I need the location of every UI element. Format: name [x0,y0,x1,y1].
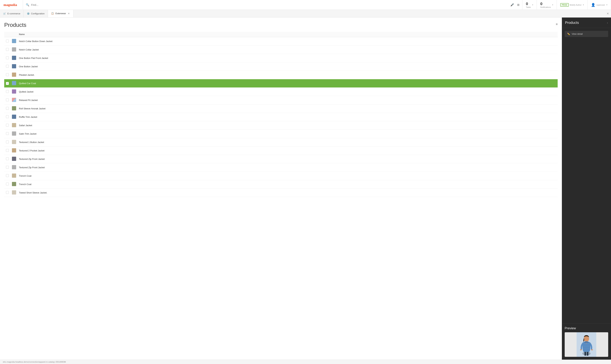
topbar-right: 0 Tasks ▾ 0 Notifications ▾ PROD Mobify … [522,0,611,10]
products-table: Name Notch Collar Button Down JacketNotc… [4,32,558,197]
view-detail-button[interactable]: ✏️ View detail [565,31,608,37]
tab-outerwear-close[interactable]: ✕ [67,12,70,15]
row-checkbox[interactable] [6,141,9,143]
row-name: Trench Coat [17,180,558,189]
row-name: Relaxed Fit Jacket [17,96,558,104]
table-row[interactable]: One Button Flat Front Jacket [4,54,558,62]
row-name: Roll Sleeve Anorak Jacket [17,104,558,113]
table-row[interactable]: Tweed Short Sleeve Jacket. [4,189,558,197]
row-checkbox[interactable] [6,39,9,42]
user-button[interactable]: 👤 superuser ▾ [587,0,611,10]
logo: magnolia [0,2,23,8]
page-title: Products [4,22,558,28]
env-button[interactable]: PROD Mobify Author ▾ [557,0,587,10]
status-bar: sfcc-magnolia-headless-demo/connection/a… [0,360,611,364]
table-row[interactable]: Satin Trim Jacket [4,130,558,138]
table-row[interactable]: Textured Zip Front Jacket [4,155,558,163]
row-thumbnail [12,64,16,68]
user-avatar-icon: 👤 [591,3,595,7]
table-row[interactable]: Notch Collar Jacket [4,46,558,54]
row-checkbox[interactable] [6,99,9,101]
table-row[interactable]: Relaxed Fit Jacket [4,96,558,104]
search-bar[interactable]: 🔍 🎤 ⊞ [23,0,522,10]
row-thumbnail [12,182,16,186]
row-name: Quilted Car Coat [17,79,558,88]
table-row[interactable]: Textured 1 Button Jacket [4,138,558,146]
row-checkbox[interactable] [6,191,9,194]
row-checkbox[interactable] [6,174,9,177]
row-checkbox[interactable] [6,183,9,185]
row-checkbox[interactable]: ✓ [6,82,9,85]
table-row[interactable]: One Button Jacket [4,62,558,71]
tab-configuration[interactable]: ⚙️ Configuration [24,10,48,17]
table-row[interactable]: Trench Coat [4,172,558,180]
close-all-button[interactable]: ✕ [607,12,609,15]
row-thumbnail [12,56,16,60]
menu-button[interactable]: ≡ [554,22,559,27]
table-row[interactable]: Safari Jacket [4,121,558,130]
row-checkbox[interactable] [6,166,9,169]
row-thumbnail [12,81,16,85]
mic-icon[interactable]: 🎤 [511,3,514,6]
row-thumbnail [12,131,16,136]
row-thumbnail [12,123,16,127]
panel-header: Products › [562,17,611,28]
row-checkbox[interactable] [6,124,9,127]
tasks-button[interactable]: 0 Tasks ▾ [522,0,537,10]
table-row[interactable]: Pleated Jacket. [4,71,558,79]
tab-outerwear-label: Outerwear [55,12,66,15]
row-thumbnail [12,148,16,153]
row-thumbnail [12,115,16,119]
search-icon: 🔍 [26,3,29,6]
row-thumbnail [12,140,16,144]
row-checkbox[interactable] [6,149,9,152]
row-thumbnail [12,98,16,102]
content-area: Products ≡ Name Notch Collar Button Down… [0,17,562,360]
row-checkbox[interactable] [6,56,9,59]
status-url: sfcc-magnolia-headless-demo/connection/a… [3,361,66,363]
table-row[interactable]: Textured Zip Front Jacket [4,163,558,172]
row-checkbox[interactable] [6,115,9,118]
edit-icon: ✏️ [567,33,570,35]
row-checkbox[interactable] [6,48,9,51]
row-name: One Button Flat Front Jacket [17,54,558,62]
tab-ecommerce[interactable]: 🛒 E-commerce [0,10,24,17]
row-checkbox[interactable] [6,107,9,110]
row-name: Textured Zip Front Jacket [17,163,558,172]
table-row[interactable]: Notch Collar Button Down Jacket [4,37,558,46]
row-thumbnail [12,157,16,161]
table-row[interactable]: ✓Quilted Car Coat [4,79,558,88]
row-thumbnail [12,165,16,169]
row-name: Tweed Short Sleeve Jacket. [17,189,558,197]
table-row[interactable]: Roll Sleeve Anorak Jacket [4,104,558,113]
panel-preview: Preview [562,324,611,360]
row-name: Ruffle Trim Jacket [17,113,558,121]
row-name: Pleated Jacket. [17,71,558,79]
row-checkbox[interactable] [6,65,9,68]
row-thumbnail [12,89,16,94]
row-name: One Button Jacket [17,62,558,71]
tasks-label: Tasks [526,6,531,8]
table-row[interactable]: Ruffle Trim Jacket [4,113,558,121]
row-checkbox[interactable] [6,90,9,93]
table-row[interactable]: Trench Coat [4,180,558,189]
table-row[interactable]: Quilted Jacket [4,88,558,96]
row-checkbox[interactable] [6,157,9,160]
row-checkbox[interactable] [6,73,9,76]
tabs-bar: 🛒 E-commerce ⚙️ Configuration 📋 Outerwea… [0,10,611,17]
svg-point-8 [591,349,593,350]
row-checkbox[interactable] [6,132,9,135]
tab-outerwear[interactable]: 📋 Outerwear ✕ [48,10,73,17]
user-chevron: ▾ [606,4,607,6]
user-label: superuser [597,4,605,6]
row-thumbnail [12,47,16,52]
grid-icon[interactable]: ⊞ [517,3,519,6]
author-label: Mobify Author [570,4,582,6]
panel-spacer [562,40,611,324]
notifications-button[interactable]: 0 Notifications ▾ [537,0,557,10]
row-name: Satin Trim Jacket [17,130,558,138]
search-input[interactable] [31,3,509,6]
row-thumbnail [12,106,16,110]
tasks-count: 0 [526,1,531,6]
table-row[interactable]: Textured 2 Pocket Jacket [4,146,558,155]
